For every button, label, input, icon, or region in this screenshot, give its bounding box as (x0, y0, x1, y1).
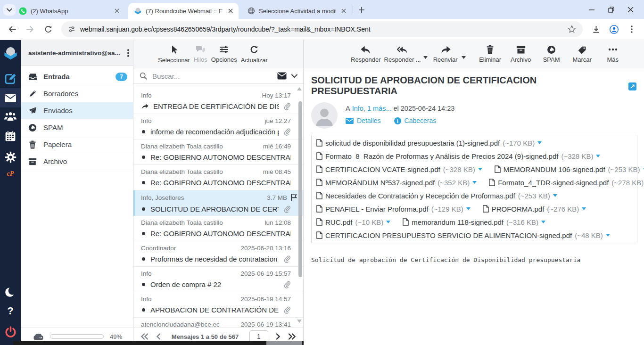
list-item[interactable]: InfoHoy 13:17 ENTREGA DE CERTIFICACIÓN D… (133, 89, 303, 114)
open-in-new-window-icon[interactable] (628, 82, 636, 90)
scroll-up-arrow[interactable] (297, 87, 302, 90)
forward-button[interactable] (23, 22, 38, 37)
tab-close-button[interactable] (339, 7, 348, 15)
help-button[interactable]: ? (0, 305, 21, 317)
rail-settings-button[interactable] (0, 151, 21, 163)
next-page-icon[interactable] (276, 333, 281, 340)
dark-mode-button[interactable] (0, 286, 21, 298)
attachment-menu-caret[interactable] (386, 221, 390, 223)
forward-menu-caret[interactable] (462, 56, 466, 59)
search-input[interactable] (152, 72, 272, 80)
list-item-selected[interactable]: Info, Joseflores3.7 MB SOLICITUD DE APRO… (133, 190, 303, 216)
list-scrollbar-thumb[interactable] (298, 101, 302, 277)
url-bar[interactable]: webmail.sanjuan.gob.ec/cpsess8462650659/… (61, 21, 583, 37)
window-minimize-button[interactable] (589, 7, 595, 13)
last-page-icon[interactable] (288, 333, 296, 340)
spam-button[interactable]: SPAM (538, 45, 565, 63)
attachment-menu-caret[interactable] (582, 207, 586, 210)
bookmark-star-icon[interactable] (568, 25, 576, 33)
folder-papelera[interactable]: Papelera (21, 136, 133, 153)
recipient-link[interactable]: Info, (352, 105, 365, 112)
tab-close-button[interactable] (226, 7, 235, 15)
search-options-chevron-icon[interactable] (291, 74, 297, 78)
more-recipients-link[interactable]: 1 más... (367, 105, 392, 112)
list-item[interactable]: Diana elizabeth Toala castillolun 12:08 … (133, 216, 303, 241)
profile-button[interactable] (606, 22, 621, 37)
rail-calendar-button[interactable] (0, 131, 21, 142)
window-restore-button[interactable] (608, 7, 614, 13)
tab-actividad[interactable]: Seleccione Actividad a modifica (242, 3, 352, 19)
more-button[interactable]: Más (599, 45, 627, 63)
rail-mail-button[interactable] (0, 88, 21, 107)
attachment-menu-caret[interactable] (553, 194, 557, 197)
list-item[interactable]: Info2025-06-19 14:57 APROBACION DE CONTR… (133, 292, 303, 318)
attachment-menu-caret[interactable] (472, 181, 477, 184)
refresh-button[interactable]: Actualizar (241, 45, 268, 64)
archive-button[interactable]: Archivo (507, 45, 535, 63)
tab-roundcube[interactable]: (7) Roundcube Webmail :: Envia (128, 3, 239, 19)
folder-spam[interactable]: SPAM (21, 119, 133, 136)
back-button[interactable] (5, 22, 20, 37)
folder-archivo[interactable]: Archivo (21, 153, 133, 170)
tab-whatsapp[interactable]: (2) WhatsApp (13, 3, 125, 19)
folder-entrada[interactable]: Entrada 7 (21, 68, 133, 85)
attachment[interactable]: MEMORÁNDUM Nº537-signed.pdf (~352 KB) (316, 179, 477, 187)
attachment-menu-caret[interactable] (596, 155, 600, 157)
flag-icon[interactable] (290, 194, 297, 202)
browser-menu-button[interactable] (624, 22, 639, 37)
list-item[interactable]: Info2025-06-19 15:57 Orden de compra # 2… (133, 267, 303, 292)
reply-all-menu-caret[interactable] (423, 56, 428, 59)
attachment[interactable]: solicitud de disponibilidad presupuestar… (316, 139, 542, 147)
folder-enviados[interactable]: Enviados (21, 102, 133, 119)
attachment[interactable]: MEMORANDUM 106-signed.pdf (~253 KB) (495, 165, 644, 173)
attachment[interactable]: PENAFIEL - Enviar Proforma.pdf (~129 KB) (316, 205, 471, 213)
mark-button[interactable]: Marcar (569, 45, 596, 63)
list-item[interactable]: Diana elizabeth Toala castillomié 16:49 … (133, 140, 303, 165)
list-item[interactable]: atencionciudadana@bce.ec2025-06-19 13:41 (133, 318, 303, 328)
attachment[interactable]: Formato_8_Razón de Proformas y Análisis … (316, 152, 600, 160)
search-scope-mail-icon[interactable] (277, 72, 287, 80)
logout-button[interactable] (0, 326, 21, 338)
delete-button[interactable]: Eliminar (477, 45, 504, 63)
horizontal-scrollbar-thumb[interactable] (266, 341, 302, 345)
list-item[interactable]: Coordinador2025-06-20 13:16 Proformas de… (133, 241, 303, 267)
first-page-icon[interactable] (140, 333, 149, 340)
tab-close-button[interactable] (113, 7, 121, 15)
window-close-button[interactable] (627, 7, 634, 13)
attachment-menu-caret[interactable] (606, 234, 610, 237)
cpanel-button[interactable]: cP (0, 170, 21, 178)
rail-contacts-button[interactable] (0, 112, 21, 121)
options-button[interactable]: Opciones (211, 45, 237, 63)
select-button[interactable]: Seleccionar (158, 45, 190, 64)
details-link[interactable]: Detalles (346, 117, 381, 124)
downloads-button[interactable] (588, 22, 603, 37)
attachment[interactable]: PROFORMA.pdf (~276 KB) (483, 205, 586, 213)
attachment[interactable]: RUC.pdf (~10 KB) (316, 218, 390, 226)
attachment-menu-caret[interactable] (541, 221, 545, 223)
threads-button[interactable]: Hilos (194, 45, 207, 63)
compose-button[interactable] (0, 72, 21, 85)
scroll-down-arrow[interactable] (297, 320, 302, 323)
attachment[interactable]: Necesidades de Contratación y Recepción … (316, 192, 557, 200)
attachment[interactable]: memorandum 118-signed.pdf (~316 KB) (403, 218, 545, 226)
attachment[interactable]: CERTIFICACION PRESUPUESTO SERVICIO DE AL… (316, 231, 610, 239)
account-menu-icon[interactable] (127, 49, 129, 57)
attachment-menu-caret[interactable] (478, 168, 482, 171)
attachment-menu-caret[interactable] (466, 207, 471, 210)
headers-link[interactable]: Cabeceras (394, 117, 437, 124)
forward-button[interactable]: Reenviar (432, 45, 459, 63)
new-tab-button[interactable] (356, 5, 367, 15)
reload-button[interactable] (41, 22, 56, 37)
attachment[interactable]: Formato_4_TDR-signed-signed.pdf (~278 KB… (489, 179, 644, 187)
reply-all-button[interactable]: Responder ... (384, 45, 421, 63)
list-item[interactable]: Diana elizabeth Toala castillomié 08:45 … (133, 165, 303, 190)
folder-borradores[interactable]: Borradores (21, 85, 133, 102)
attachment-menu-caret[interactable] (537, 141, 542, 144)
reply-button[interactable]: Responder (351, 45, 381, 63)
list-item[interactable]: Infojue 12:27 informe de recomendación a… (133, 114, 303, 140)
folder-list: Entrada 7 Borradores Enviados SPAM Papel… (21, 66, 133, 170)
attachment[interactable]: CERTIFICACION VCATE-signed.pdf (~328 KB) (316, 165, 482, 173)
account-header[interactable]: asistente-administrativo@sa... (21, 40, 133, 66)
prev-page-icon[interactable] (156, 333, 161, 340)
horizontal-scrollbar[interactable] (13, 341, 304, 345)
